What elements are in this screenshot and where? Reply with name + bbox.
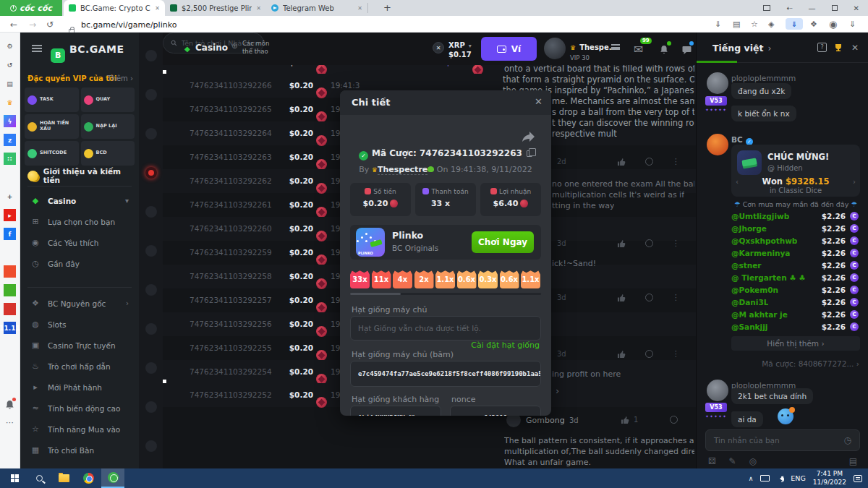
side-strip-icon[interactable]: z	[4, 134, 16, 146]
rain-winner-row[interactable]: @Dani3L $2.26 C	[731, 296, 860, 309]
chat-username[interactable]: ploplopIemmmm	[731, 74, 796, 82]
rain-winner-row[interactable]: @Umtlizgjiwb $2.26 C	[731, 210, 860, 223]
rail-game-icon[interactable]	[145, 50, 157, 61]
rain-winner-row[interactable]: @ Tiergarten ♣ ♣ $2.26 C	[731, 272, 860, 284]
side-strip-icon[interactable]: ▸	[4, 209, 16, 221]
reader-mode-icon[interactable]: ▤	[733, 20, 740, 29]
rail-game-icon[interactable]	[145, 206, 157, 218]
coccoc-taskbar-icon[interactable]	[101, 468, 124, 488]
rail-game-icon[interactable]	[145, 440, 157, 452]
rail-game-icon[interactable]	[145, 284, 157, 296]
bc-bot-avatar[interactable]	[707, 134, 728, 155]
side-strip-icon[interactable]: ⚙	[4, 40, 16, 52]
seed-settings-link[interactable]: Cài đặt hạt giống	[471, 341, 540, 350]
sidebar-menu-item[interactable]: ≈ Tính biến động cao	[20, 398, 139, 419]
vip-more-link[interactable]: Thêm ›	[107, 74, 133, 82]
network-icon[interactable]	[760, 475, 770, 481]
bookmark-star-icon[interactable]: ☆	[751, 20, 758, 29]
congrats-card[interactable]: CHÚC MỪNG! @ Hidden ‹ › Won $9328.15 in …	[731, 145, 860, 197]
commenter-name[interactable]: Gombong	[526, 416, 565, 425]
play-now-button[interactable]: Chơi Ngay	[472, 231, 534, 253]
currency-selector[interactable]: ✕ XRP ▾ $0.17	[433, 37, 472, 59]
side-strip-icon[interactable]: 11.11	[4, 322, 16, 334]
side-strip-icon[interactable]: ↺	[4, 59, 16, 71]
reload-button[interactable]: ↺	[46, 20, 54, 30]
chat-close-icon[interactable]: ✕	[851, 43, 859, 53]
extensions-icon[interactable]: ❖	[810, 20, 817, 29]
dislike-icon[interactable]	[645, 294, 653, 301]
pencil-icon[interactable]: ✎	[728, 456, 736, 466]
browser-tab[interactable]: BC.Game: Crypto Casino Gan ✕	[64, 0, 165, 16]
rail-game-icon[interactable]	[145, 323, 157, 335]
bell-icon[interactable]	[660, 43, 668, 57]
keyboard-language[interactable]: ENG	[791, 474, 805, 482]
chat-rules-icon[interactable]: ?	[817, 43, 827, 52]
notification-bell-icon[interactable]	[5, 399, 14, 413]
sidebar-menu-item[interactable]: ▦ Trò chơi Bàn	[20, 440, 139, 461]
promo-card[interactable]: HOÀN TIỀN XẤU	[25, 114, 79, 139]
shield-icon[interactable]: ◈	[768, 20, 774, 29]
like-icon[interactable]	[621, 416, 630, 424]
chat-language-tab[interactable]: Tiếng việt›	[712, 43, 771, 53]
side-strip-icon[interactable]: ϟ	[4, 115, 16, 127]
promo-card[interactable]: NẠP LẠI	[81, 114, 135, 139]
browser-tab[interactable]: $2,500 Prestige Plinko Challe ✕	[165, 0, 266, 16]
close-window-button[interactable]: ✕	[854, 4, 859, 12]
back-sync-icon[interactable]: ⇠	[786, 4, 792, 12]
sidebar-menu-item[interactable]: ▣ Casino Trực tuyến	[20, 335, 139, 356]
rail-game-icon[interactable]	[145, 167, 157, 179]
trophy-icon[interactable]	[834, 43, 843, 52]
chat-bet-link[interactable]: Mã cược: 8408677272... ›	[762, 359, 859, 368]
active-download-button[interactable]: ⇓	[786, 18, 803, 30]
side-strip-icon[interactable]	[4, 265, 16, 278]
screen-capture-icon[interactable]	[763, 5, 770, 11]
kebab-menu-icon[interactable]: ⋮	[672, 293, 680, 302]
chat-user-avatar[interactable]	[707, 380, 728, 401]
chrome-icon[interactable]	[77, 468, 100, 488]
copy-icon[interactable]	[527, 150, 532, 157]
side-strip-icon[interactable]: +	[4, 190, 16, 202]
user-avatar[interactable]	[544, 38, 566, 59]
rain-winner-row[interactable]: @stner $2.26 C	[731, 260, 860, 272]
rain-winner-row[interactable]: @Pokem0n $2.26 C	[731, 284, 860, 296]
tab-close-icon[interactable]: ✕	[357, 5, 362, 12]
maximize-button[interactable]	[832, 5, 838, 11]
forward-button[interactable]: →	[29, 20, 36, 30]
sidebar-menu-item[interactable]: ◉ Các Yêu thích	[20, 232, 139, 253]
rail-game-icon[interactable]	[145, 362, 157, 374]
wallet-button[interactable]: Ví	[481, 37, 537, 61]
volume-icon[interactable]	[777, 476, 783, 481]
plinko-game-icon[interactable]: PLINKO	[356, 228, 385, 257]
chat-toggle-icon[interactable]	[682, 43, 692, 57]
kebab-menu-icon[interactable]: ⋮	[672, 239, 680, 248]
rain-winner-row[interactable]: @Karmeninya $2.26 C	[731, 247, 860, 260]
like-icon[interactable]	[617, 294, 626, 302]
sidebar-menu-item[interactable]: ▸ Mới Phát hành	[20, 377, 139, 398]
browser-tab[interactable]: Telegram Web ✕	[266, 0, 367, 16]
casino-tab[interactable]: Casino	[195, 43, 228, 53]
like-icon[interactable]	[617, 239, 626, 248]
sidebar-menu-item[interactable]: ♨ Trò chơi hấp dẫn	[20, 356, 139, 377]
sidebar-menu-item[interactable]: ❖ BC Nguyên gốc ›	[20, 293, 139, 314]
download-tray-icon[interactable]: ⇓	[715, 20, 721, 29]
sidebar-hamburger-icon[interactable]	[32, 45, 42, 52]
start-button[interactable]	[3, 468, 26, 488]
file-explorer-icon[interactable]	[52, 468, 75, 488]
like-icon[interactable]	[617, 350, 626, 359]
sidebar-menu-item[interactable]: ◷ Gần đây	[20, 253, 139, 274]
dice-icon[interactable]: ⚄	[708, 456, 715, 466]
rain-winner-row[interactable]: @Sankjjj $2.26 C	[731, 321, 860, 333]
tab-close-icon[interactable]: ✕	[256, 5, 261, 12]
show-more-button[interactable]: Hiển thị thêm ›	[731, 336, 860, 351]
multiplier-scrollbar[interactable]	[350, 293, 541, 295]
tray-expand-icon[interactable]: ∧	[749, 475, 754, 482]
rain-winner-row[interactable]: @Qxskhpothwb $2.26 C	[731, 235, 860, 247]
more-options-icon[interactable]: ⋯	[6, 418, 14, 427]
kebab-menu-icon[interactable]: ⋮	[672, 157, 680, 166]
dislike-icon[interactable]	[645, 239, 653, 247]
minimize-button[interactable]: —	[809, 4, 816, 12]
dislike-icon[interactable]	[645, 158, 653, 166]
url-text[interactable]: bc.game/vi/game/plinko	[81, 20, 176, 30]
modal-bet-id[interactable]: Mã Cược: 74762341103292263	[372, 148, 522, 158]
downloads-icon[interactable]: ⇓	[849, 20, 856, 29]
